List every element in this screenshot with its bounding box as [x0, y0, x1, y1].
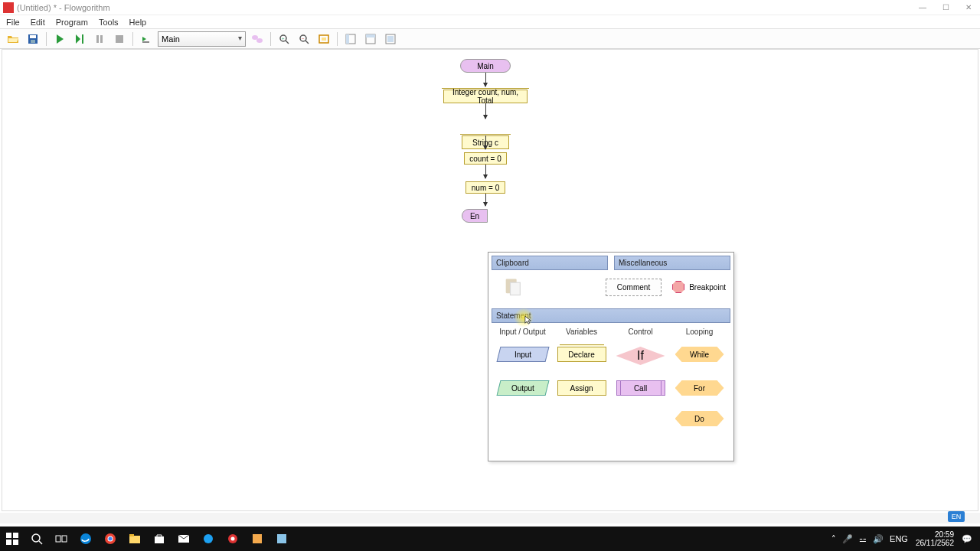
edge-icon[interactable] [74, 527, 98, 551]
shape-while[interactable]: While [675, 347, 724, 362]
menu-tools[interactable]: Tools [99, 18, 119, 27]
category-variables: Variables [552, 328, 611, 336]
insert-shape-popup: Clipboard Miscellaneous Comment Breakpoi… [488, 252, 734, 461]
svg-rect-28 [6, 540, 11, 545]
shape-output[interactable]: Output [496, 380, 549, 396]
svg-text:−: − [302, 36, 305, 41]
tray-volume-icon[interactable]: 🔊 [873, 534, 884, 544]
tray-notifications-icon[interactable]: 💬 [962, 534, 972, 544]
mail-icon[interactable] [172, 527, 196, 551]
svg-rect-27 [13, 533, 18, 538]
app-icon-3[interactable] [245, 527, 270, 551]
section-misc: Miscellaneous [614, 256, 730, 270]
horizontal-scrollbar[interactable] [0, 513, 980, 523]
tray-chevron-icon[interactable]: ˄ [831, 534, 836, 544]
run-icon[interactable] [51, 31, 68, 47]
svg-rect-40 [155, 536, 164, 543]
function-select[interactable] [158, 31, 246, 47]
app-icon-4[interactable] [270, 527, 294, 551]
node-end[interactable]: En [462, 209, 488, 223]
language-badge[interactable]: EN [948, 511, 965, 522]
paste-icon[interactable] [502, 276, 524, 298]
menu-bar: File Edit Program Tools Help [0, 15, 980, 29]
tray-wifi-icon[interactable]: ⚍ [859, 534, 867, 544]
minimize-button[interactable]: — [911, 0, 934, 15]
svg-rect-19 [346, 34, 349, 44]
zoom-fit-icon[interactable] [315, 31, 332, 47]
chrome-icon[interactable] [98, 527, 122, 551]
taskbar: ˄ 🎤 ⚍ 🔊 ENG 20:59 26/11/2562 💬 [0, 527, 980, 551]
pause-icon[interactable] [91, 31, 108, 47]
layout2-icon[interactable] [362, 31, 379, 47]
system-tray: ˄ 🎤 ⚍ 🔊 ENG 20:59 26/11/2562 💬 [828, 530, 980, 547]
node-assign-2[interactable]: num = 0 [466, 181, 505, 194]
svg-text:+: + [282, 36, 285, 41]
speed-icon[interactable] [138, 31, 155, 47]
svg-rect-39 [129, 534, 134, 536]
svg-rect-45 [253, 534, 262, 543]
shape-declare[interactable]: Declare [557, 347, 606, 362]
svg-point-44 [231, 537, 235, 541]
svg-rect-29 [13, 540, 18, 545]
zoom-in-icon[interactable]: + [276, 31, 292, 47]
svg-rect-26 [6, 533, 11, 538]
svg-point-37 [109, 537, 113, 541]
stop-icon[interactable] [111, 31, 128, 47]
menu-edit[interactable]: Edit [31, 18, 45, 27]
shapes-icon[interactable] [249, 31, 266, 47]
shape-if[interactable]: If [616, 347, 665, 365]
svg-rect-38 [129, 536, 140, 543]
shape-assign[interactable]: Assign [557, 380, 606, 396]
tray-clock[interactable]: 20:59 26/11/2562 [916, 530, 954, 547]
menu-program[interactable]: Program [56, 18, 88, 27]
zoom-out-icon[interactable]: − [296, 31, 312, 47]
category-control: Control [611, 328, 670, 336]
svg-line-11 [286, 41, 289, 44]
arrow-icon [485, 135, 486, 149]
shape-for[interactable]: For [675, 380, 724, 396]
node-assign-1[interactable]: count = 0 [464, 152, 507, 165]
tray-keyboard[interactable]: ENG [890, 534, 908, 543]
layout1-icon[interactable] [342, 31, 359, 47]
flowchart-canvas[interactable]: Main Integer count, num, Total String c … [2, 49, 978, 511]
taskview-icon[interactable] [49, 527, 74, 551]
title-bar: (Untitled) * - Flowgorithm — ☐ ✕ [0, 0, 980, 15]
explorer-icon[interactable] [122, 527, 147, 551]
svg-rect-17 [322, 37, 326, 41]
arrow-icon [485, 73, 486, 86]
search-icon[interactable] [24, 527, 49, 551]
save-icon[interactable] [24, 31, 41, 47]
breakpoint-icon[interactable] [672, 281, 684, 293]
svg-rect-46 [277, 534, 286, 543]
menu-help[interactable]: Help [129, 18, 147, 27]
svg-point-34 [80, 533, 91, 544]
section-clipboard: Clipboard [492, 256, 608, 270]
svg-point-8 [252, 35, 258, 40]
node-main[interactable]: Main [460, 59, 511, 73]
app-icon-1[interactable] [196, 527, 220, 551]
comment-button[interactable]: Comment [606, 279, 662, 296]
shape-call[interactable]: Call [616, 380, 665, 396]
category-looping: Looping [670, 328, 729, 336]
step-icon[interactable] [71, 31, 88, 47]
layout3-icon[interactable] [382, 31, 399, 47]
svg-rect-33 [62, 536, 67, 542]
shape-input[interactable]: Input [496, 347, 549, 362]
svg-rect-21 [366, 34, 375, 37]
app-icon-2[interactable] [220, 527, 245, 551]
svg-rect-32 [56, 536, 60, 542]
close-button[interactable]: ✕ [957, 0, 980, 15]
start-button[interactable] [0, 527, 24, 551]
node-declare-1[interactable]: Integer count, num, Total [443, 90, 528, 103]
svg-rect-2 [31, 40, 35, 43]
svg-point-9 [256, 38, 263, 43]
breakpoint-label[interactable]: Breakpoint [689, 283, 726, 292]
shape-do[interactable]: Do [675, 411, 724, 426]
menu-file[interactable]: File [6, 18, 20, 27]
open-icon[interactable] [5, 31, 21, 47]
maximize-button[interactable]: ☐ [934, 0, 957, 15]
svg-rect-6 [116, 35, 123, 43]
tray-mic-icon[interactable]: 🎤 [842, 534, 853, 544]
window-title: (Untitled) * - Flowgorithm [17, 3, 110, 12]
store-icon[interactable] [147, 527, 172, 551]
